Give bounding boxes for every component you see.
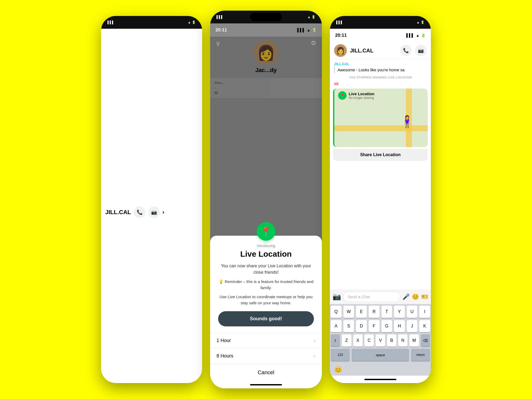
rkey-x[interactable]: X bbox=[353, 334, 363, 347]
me-label: ME bbox=[330, 81, 431, 87]
left-header: JILL.CAL 📞 📷 › bbox=[101, 29, 202, 383]
right-live-card-header: 📍 Live Location No longer sharing bbox=[338, 91, 375, 100]
right-status-bar: 20:11 ▌▌▌ ▲ 🔋 bbox=[330, 29, 431, 42]
right-notch: ▌▌▌ ▲ 🔋 bbox=[330, 16, 431, 29]
option-8hours-label: 8 Hours bbox=[217, 353, 233, 359]
rkey-g[interactable]: G bbox=[381, 320, 392, 332]
rkey-d[interactable]: D bbox=[356, 320, 367, 332]
right-emoji-icon[interactable]: 😊 bbox=[412, 293, 419, 300]
modal-pin-container: 📍 bbox=[210, 231, 322, 245]
video-icon: 📷 bbox=[151, 209, 157, 215]
modal-pin-icon: 📍 bbox=[257, 222, 275, 241]
rkey-m[interactable]: M bbox=[409, 334, 419, 347]
more-arrow[interactable]: › bbox=[163, 209, 164, 216]
right-keyboard: Q W E R T Y U I A S D F G H J K ⇧ Z X C … bbox=[330, 304, 431, 364]
rkey-w[interactable]: W bbox=[343, 306, 354, 318]
right-bitmoji: 🧍‍♀️ bbox=[400, 115, 414, 128]
right-status-icons: ▌▌▌ ▲ 🔋 bbox=[406, 33, 426, 38]
rkey-u[interactable]: U bbox=[407, 306, 418, 318]
emoji-bar-icon[interactable]: 😊 bbox=[334, 366, 342, 373]
call-icon: 📞 bbox=[137, 209, 143, 215]
center-chat-bg: ∨ ⚙ 👩 Jac...dy Sna... L... M 1 📍 bbox=[210, 37, 322, 381]
center-home-bar bbox=[250, 384, 282, 385]
right-signal: ▌▌▌ bbox=[336, 20, 343, 24]
right-chat-icons: 🎤 😊 🎫 bbox=[402, 293, 428, 300]
modal-reminder: 💡 Reminder – this is a feature for trust… bbox=[218, 279, 314, 291]
live-card-subtitle: No longer sharing bbox=[349, 96, 375, 100]
right-keyboard-row-1: Q W E R T Y U I bbox=[331, 306, 430, 318]
center-phone: ▌▌▌ ▲ 🔋 20:11 ▌▌▌ ▲ 🔋 ∨ ⚙ 👩 Jac...dy Sna… bbox=[210, 11, 322, 388]
left-signal: ▌▌▌ bbox=[107, 20, 114, 24]
rkey-k[interactable]: K bbox=[419, 320, 430, 332]
right-home-bar bbox=[364, 379, 396, 380]
right-chat-input[interactable]: Send a Chat bbox=[343, 292, 400, 302]
rkey-i[interactable]: I bbox=[419, 306, 430, 318]
live-pin-icon: 📍 bbox=[338, 91, 347, 100]
modal-options: 1 Hour › 8 Hours › bbox=[210, 333, 322, 364]
left-wifi-battery: ▲ 🔋 bbox=[188, 20, 196, 24]
right-home-indicator bbox=[330, 376, 431, 383]
rkey-z[interactable]: Z bbox=[342, 334, 351, 347]
option-8hours-arrow: › bbox=[314, 353, 315, 359]
rkey-e[interactable]: E bbox=[356, 306, 367, 318]
center-signal-icon: ▌▌▌ bbox=[297, 28, 305, 32]
right-video-button[interactable]: 📷 bbox=[415, 45, 427, 56]
share-live-button[interactable]: Share Live Location bbox=[333, 149, 428, 161]
rkey-a[interactable]: A bbox=[331, 320, 342, 332]
right-sticker-icon[interactable]: 🎫 bbox=[421, 293, 428, 300]
center-home-indicator bbox=[210, 381, 322, 388]
right-call-icon: 📞 bbox=[403, 48, 409, 53]
stopped-sharing-msg: YOU STOPPED SHARING LIVE LOCATION bbox=[330, 75, 431, 81]
right-keyboard-row-2: A S D F G H J K bbox=[331, 320, 430, 332]
right-emoji-bar: 😊 bbox=[330, 364, 431, 376]
right-mic-icon[interactable]: 🎤 bbox=[402, 293, 410, 300]
modal-option-8hours[interactable]: 8 Hours › bbox=[210, 348, 322, 364]
rkey-123[interactable]: 123 bbox=[331, 349, 350, 361]
option-1hour-label: 1 Hour bbox=[217, 338, 231, 343]
modal-option-1hour[interactable]: 1 Hour › bbox=[210, 333, 322, 348]
center-wifi-icon: ▲ bbox=[307, 28, 310, 32]
modal-use: Use Live Location to coordinate meetups … bbox=[218, 294, 314, 306]
left-phone: ▌▌▌ ▲ 🔋 JILL.CAL 📞 📷 › ARE SHARING YOUR … bbox=[101, 16, 202, 383]
rkey-q[interactable]: Q bbox=[331, 306, 342, 318]
live-card-title: Live Location bbox=[349, 92, 375, 96]
rkey-delete[interactable]: ⌫ bbox=[421, 334, 430, 347]
right-time: 20:11 bbox=[335, 33, 347, 38]
modal-overlay: 📍 Introducing Live Location You can now … bbox=[210, 37, 322, 381]
rkey-c[interactable]: C bbox=[364, 334, 374, 347]
sounds-good-button[interactable]: Sounds good! bbox=[218, 311, 314, 326]
rkey-j[interactable]: J bbox=[407, 320, 418, 332]
message-sender: JILL.CAL bbox=[330, 59, 431, 66]
right-call-button[interactable]: 📞 bbox=[400, 45, 412, 56]
rkey-return[interactable]: return bbox=[411, 349, 430, 361]
right-battery: ▲ 🔋 bbox=[417, 20, 425, 24]
center-battery: ▲ 🔋 bbox=[307, 15, 315, 19]
right-wifi-icon: ▲ bbox=[416, 33, 419, 38]
right-battery-icon: 🔋 bbox=[421, 33, 426, 38]
rkey-t[interactable]: T bbox=[381, 306, 392, 318]
right-phone: ▌▌▌ ▲ 🔋 20:11 ▌▌▌ ▲ 🔋 👩 JILL.CAL 📞 📷 JIL… bbox=[330, 16, 431, 383]
dynamic-island bbox=[250, 13, 282, 21]
rkey-b[interactable]: B bbox=[387, 334, 396, 347]
call-button[interactable]: 📞 bbox=[134, 206, 146, 218]
right-avatar: 👩 bbox=[334, 44, 347, 57]
rkey-f[interactable]: F bbox=[369, 320, 380, 332]
center-notch: ▌▌▌ ▲ 🔋 bbox=[210, 11, 322, 23]
rkey-v[interactable]: V bbox=[376, 334, 385, 347]
rkey-shift[interactable]: ⇧ bbox=[331, 334, 340, 347]
rkey-r[interactable]: R bbox=[369, 306, 380, 318]
center-battery-icon: 🔋 bbox=[312, 28, 317, 32]
right-title: JILL.CAL bbox=[350, 48, 397, 54]
rkey-h[interactable]: H bbox=[394, 320, 405, 332]
rkey-n[interactable]: N bbox=[398, 334, 408, 347]
modal-card: Introducing Live Location You can now sh… bbox=[210, 236, 322, 381]
live-card-text: Live Location No longer sharing bbox=[349, 92, 375, 100]
video-button[interactable]: 📷 bbox=[148, 206, 160, 218]
rkey-y[interactable]: Y bbox=[394, 306, 405, 318]
rkey-space[interactable]: space bbox=[352, 349, 409, 361]
rkey-s[interactable]: S bbox=[343, 320, 354, 332]
cancel-button[interactable]: Cancel bbox=[210, 364, 322, 381]
camera-icon[interactable]: 📷 bbox=[332, 293, 341, 301]
right-content: JILL.CAL Awesome - Looks like you're hom… bbox=[330, 59, 431, 289]
left-notch: ▌▌▌ ▲ 🔋 bbox=[101, 16, 202, 29]
